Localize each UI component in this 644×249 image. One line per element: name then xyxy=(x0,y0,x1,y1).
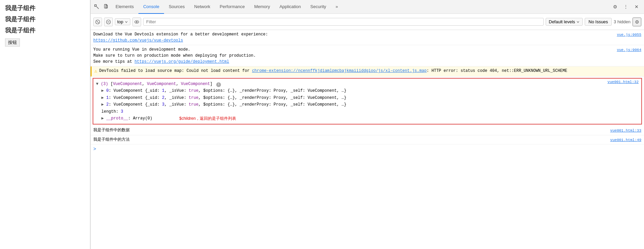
expand-triangle[interactable]: ▼ xyxy=(96,82,98,86)
devtools-more-icon[interactable]: ⋮ xyxy=(621,2,631,11)
console-row-warn: ⚠ DevTools failed to load source map: Co… xyxy=(91,66,644,77)
svg-point-8 xyxy=(136,21,137,23)
clear-console-button[interactable] xyxy=(93,18,102,26)
stop-recording-button[interactable] xyxy=(104,18,113,26)
obj-header-line: ▼ (3) [VueComponent, VueComponent, VueCo… xyxy=(96,81,639,87)
console-settings-button[interactable]: ⚙ xyxy=(633,18,641,26)
tab-network[interactable]: Network xyxy=(190,0,215,14)
devtools-device-icon[interactable] xyxy=(101,2,111,11)
tab-security[interactable]: Security xyxy=(305,0,331,14)
tab-performance[interactable]: Performance xyxy=(215,0,249,14)
console-row-1-source[interactable]: vue.js:9055 xyxy=(617,31,641,38)
console-bottom-source-2[interactable]: vue001.html:49 xyxy=(610,137,641,143)
console-bottom-row-1-content: 我是子组件中的数据 xyxy=(93,127,608,133)
devtools-panel: Elements Console Sources Network Perform… xyxy=(90,0,644,249)
no-issues-button[interactable]: No Issues xyxy=(585,18,612,26)
console-row-2: You are running Vue in development mode.… xyxy=(91,45,644,66)
obj-item-2: ▶ 2: VueComponent {_uid: 3, _isVue: true… xyxy=(96,101,639,108)
log-levels-button[interactable]: Default levels xyxy=(546,18,583,26)
obj-item-0: ▶ 0: VueComponent {_uid: 1, _isVue: true… xyxy=(96,87,639,94)
item-2-expand[interactable]: ▶ xyxy=(101,102,104,107)
info-icon[interactable]: i xyxy=(216,82,221,87)
console-bottom-source-1[interactable]: vue001.html:33 xyxy=(610,127,641,134)
devtools-tabbar: Elements Console Sources Network Perform… xyxy=(91,0,644,14)
vue-text-3: 我是子组件 xyxy=(5,26,85,35)
obj-item-1: ▶ 1: VueComponent {_uid: 2, _isVue: true… xyxy=(96,94,639,101)
vuejs-guide-link[interactable]: https://vuejs.org/guide/deployment.html xyxy=(134,59,229,64)
console-object-box: vue001.html:32 ▼ (3) [VueComponent, VueC… xyxy=(93,78,642,124)
devtools-console-toolbar: top Default levels No Issues 3 hidden ⚙ xyxy=(91,14,644,30)
svg-line-4 xyxy=(97,21,99,23)
levels-chevron-icon xyxy=(576,20,580,24)
console-row-2-content: You are running Vue in development mode.… xyxy=(93,47,614,65)
tab-memory[interactable]: Memory xyxy=(250,0,275,14)
console-row-1-content: Download the Vue Devtools extension for … xyxy=(93,31,614,44)
console-row-warn-content: DevTools failed to load source map: Coul… xyxy=(99,68,641,74)
filter-input[interactable] xyxy=(143,18,544,26)
vue-app-panel: 我是子组件 我是子组件 我是子组件 按钮 xyxy=(0,0,90,249)
vue-text-2: 我是子组件 xyxy=(5,15,85,24)
console-bottom-row-2-content: 我是子组件中的方法 xyxy=(93,137,608,143)
tab-more[interactable]: » xyxy=(331,0,343,14)
devtools-close-icon[interactable]: ✕ xyxy=(632,2,641,11)
obj-proto-line: ▶ __proto__: Array(0) $children，返回的是子组件列… xyxy=(96,115,639,122)
console-bottom-row-2: 我是子组件中的方法 vue001.html:49 xyxy=(91,135,644,145)
context-value: top xyxy=(117,19,123,24)
warn-ext-link[interactable]: chrome-extension://ncennffkjdiamlpmcbajk… xyxy=(252,68,426,73)
context-selector[interactable]: top xyxy=(115,18,130,25)
tab-application[interactable]: Application xyxy=(275,0,306,14)
vuejs-devtools-link[interactable]: https://github.com/vuejs/vue-devtools xyxy=(93,38,183,43)
tab-sources[interactable]: Sources xyxy=(164,0,190,14)
tab-elements[interactable]: Elements xyxy=(111,0,138,14)
item-0-expand[interactable]: ▶ xyxy=(101,88,104,93)
vue-text-1: 我是子组件 xyxy=(5,3,85,13)
devtools-settings-area: ⚙ ⋮ ✕ xyxy=(610,2,643,11)
obj-source-link[interactable]: vue001.html:32 xyxy=(608,80,639,84)
console-row-2-source[interactable]: vue.js:9064 xyxy=(617,47,641,53)
item-1-expand[interactable]: ▶ xyxy=(101,95,104,100)
hidden-count: 3 hidden xyxy=(614,19,631,24)
tab-console[interactable]: Console xyxy=(138,0,164,14)
devtools-settings-icon[interactable]: ⚙ xyxy=(610,2,620,11)
console-bottom-row-1: 我是子组件中的数据 vue001.html:33 xyxy=(91,126,644,135)
annotation-text: $children，返回的是子组件列表 xyxy=(179,115,236,122)
proto-expand[interactable]: ▶ xyxy=(101,116,104,121)
devtools-inspect-icon[interactable] xyxy=(92,2,101,11)
chevron-down-icon xyxy=(125,20,128,24)
warning-icon: ⚠ xyxy=(94,68,97,75)
vue-button[interactable]: 按钮 xyxy=(5,38,20,47)
console-output-area: Download the Vue Devtools extension for … xyxy=(91,30,644,249)
console-row-1: Download the Vue Devtools extension for … xyxy=(91,30,644,45)
svg-rect-0 xyxy=(95,5,96,6)
eye-icon-button[interactable] xyxy=(132,18,141,26)
console-prompt[interactable]: > xyxy=(91,144,644,154)
obj-length-line: length: 3 xyxy=(96,108,639,115)
